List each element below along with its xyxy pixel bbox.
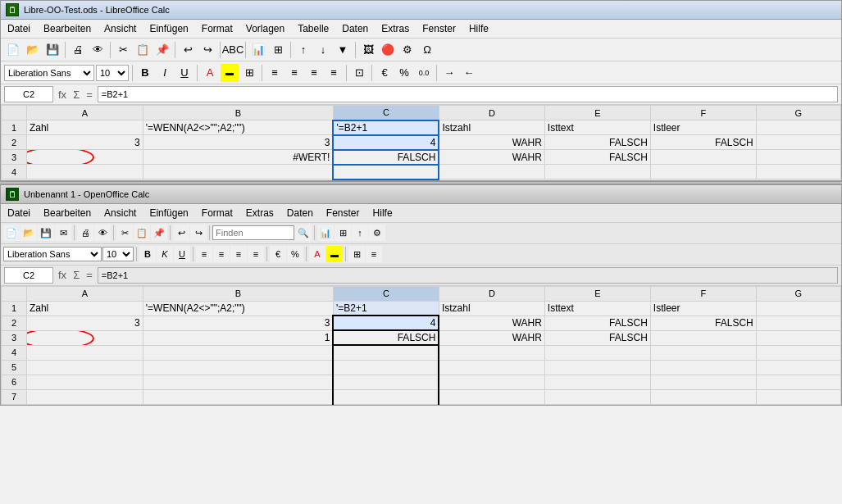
w2-cell-d1[interactable]: Istzahl (439, 301, 544, 316)
w2-menu-daten[interactable]: Daten (284, 206, 316, 220)
w2-cell-g7[interactable] (756, 389, 840, 404)
w2-highlight-button[interactable]: ▬ (326, 246, 343, 262)
cell-b4[interactable] (143, 165, 333, 179)
open-button[interactable]: 📂 (24, 41, 42, 59)
w2-print-button[interactable]: 🖨 (77, 225, 93, 241)
w2-cell-f2[interactable]: FALSCH (650, 316, 756, 330)
cell-e3[interactable]: FALSCH (544, 150, 650, 165)
table-button[interactable]: ⊞ (269, 41, 287, 59)
w2-cell-g2[interactable] (756, 316, 840, 330)
w2-cell-f7[interactable] (650, 389, 756, 404)
w2-cell-c7[interactable] (333, 389, 439, 404)
w2-col-header-g[interactable]: G (756, 286, 840, 301)
cell-d1[interactable]: Istzahl (439, 120, 544, 135)
cell-d4[interactable] (439, 165, 544, 179)
w2-sigma-icon[interactable]: Σ (71, 269, 81, 281)
w2-cell-d2[interactable]: WAHR (439, 316, 544, 330)
menu-hilfe[interactable]: Hilfe (466, 21, 492, 36)
menu-ansicht[interactable]: Ansicht (101, 21, 139, 36)
w2-cell-a5[interactable] (26, 360, 143, 375)
decimal-button[interactable]: 0.0 (415, 64, 433, 82)
w2-menu-bearbeiten[interactable]: Bearbeiten (40, 206, 94, 220)
cell-c2[interactable]: 4 (333, 135, 439, 150)
w2-percent-button[interactable]: % (287, 246, 303, 262)
w2-formula-input[interactable] (98, 267, 838, 284)
w2-col-header-f[interactable]: F (650, 286, 756, 301)
font-name-select[interactable]: Liberation Sans (4, 65, 94, 81)
filter-button[interactable]: ▼ (334, 41, 352, 59)
w2-cell-f1[interactable]: Istleer (650, 301, 756, 316)
cell-g3[interactable] (756, 150, 840, 165)
w2-cell-f3[interactable] (650, 330, 756, 345)
justify-button[interactable]: ≡ (325, 64, 343, 82)
preview-button[interactable]: 👁 (89, 41, 107, 59)
col-header-c[interactable]: C (333, 106, 439, 120)
w2-menu-hilfe[interactable]: Hilfe (370, 206, 396, 220)
w2-menu-einfuegen[interactable]: Einfügen (146, 206, 191, 220)
w2-col-header-a[interactable]: A (26, 286, 143, 301)
cell-a1[interactable]: Zahl (26, 120, 143, 135)
spellcheck-button[interactable]: ABC (224, 41, 242, 59)
cell-a4[interactable] (26, 165, 143, 179)
w2-align-left-button[interactable]: ≡ (196, 246, 212, 262)
formula-input[interactable] (98, 86, 838, 102)
menu-daten[interactable]: Daten (339, 21, 371, 36)
w2-more2-button[interactable]: ⚙ (369, 225, 385, 241)
cell-g1[interactable] (756, 120, 840, 135)
w2-cell-d4[interactable] (439, 345, 544, 360)
cell-a2[interactable]: 3 (26, 135, 143, 150)
cell-b3[interactable]: #WERT! (143, 150, 333, 165)
w2-cell-f4[interactable] (650, 345, 756, 360)
percent-button[interactable]: % (395, 64, 413, 82)
w2-cell-e1[interactable]: Isttext (544, 301, 650, 316)
w2-paste-button[interactable]: 📌 (151, 225, 167, 241)
cell-a3[interactable] (26, 150, 143, 165)
w2-preview-button[interactable]: 👁 (94, 225, 111, 241)
w2-cell-g5[interactable] (756, 360, 840, 375)
cell-g4[interactable] (756, 165, 840, 179)
cell-f3[interactable] (650, 150, 756, 165)
w2-cell-b1[interactable]: '=WENN(A2<>"";A2;"") (143, 301, 333, 316)
w2-copy-button[interactable]: 📋 (134, 225, 150, 241)
cell-c1[interactable]: '=B2+1 (333, 120, 439, 135)
w2-cell-d3[interactable]: WAHR (439, 330, 544, 345)
col-header-f[interactable]: F (650, 106, 756, 120)
w2-more3-button[interactable]: ≡ (366, 246, 382, 262)
w2-cell-d7[interactable] (439, 389, 544, 404)
w2-cell-f6[interactable] (650, 375, 756, 389)
w2-cell-g6[interactable] (756, 375, 840, 389)
w2-cell-a7[interactable] (26, 389, 143, 404)
menu-bearbeiten[interactable]: Bearbeiten (40, 21, 94, 36)
align-center-button[interactable]: ≡ (285, 64, 303, 82)
w2-menu-ansicht[interactable]: Ansicht (101, 206, 139, 220)
w2-font-size-select[interactable]: 10 (102, 247, 134, 261)
pie-button[interactable]: 🔴 (379, 41, 397, 59)
w2-cell-a1[interactable]: Zahl (26, 301, 143, 316)
paste-button[interactable]: 📌 (153, 41, 171, 59)
menu-format[interactable]: Format (198, 21, 236, 36)
save-button[interactable]: 💾 (43, 41, 61, 59)
sigma-icon[interactable]: Σ (71, 89, 81, 101)
menu-extras[interactable]: Extras (378, 21, 412, 36)
w2-cell-b7[interactable] (143, 389, 333, 404)
sort-desc-button[interactable]: ↓ (314, 41, 332, 59)
cell-d2[interactable]: WAHR (439, 135, 544, 150)
cell-f4[interactable] (650, 165, 756, 179)
w2-col-header-e[interactable]: E (544, 286, 650, 301)
w2-cell-b2[interactable]: 3 (143, 316, 333, 330)
w2-cell-f5[interactable] (650, 360, 756, 375)
w2-menu-datei[interactable]: Datei (4, 206, 34, 220)
find-button[interactable]: 🔍 (295, 225, 312, 241)
font-size-select[interactable]: 10 (96, 65, 129, 81)
w2-cell-c3[interactable]: FALSCH (333, 330, 439, 345)
menu-datei[interactable]: Datei (4, 21, 34, 36)
new-button[interactable]: 📄 (4, 41, 22, 59)
w2-menu-extras[interactable]: Extras (243, 206, 277, 220)
col-header-g[interactable]: G (756, 106, 840, 120)
underline-button[interactable]: U (175, 64, 193, 82)
w2-menu-fenster[interactable]: Fenster (323, 206, 363, 220)
w2-font-color-button[interactable]: A (309, 246, 325, 262)
highlight-button[interactable]: ▬ (221, 64, 239, 82)
w2-cell-c4[interactable] (333, 345, 439, 360)
w2-cell-d5[interactable] (439, 360, 544, 375)
